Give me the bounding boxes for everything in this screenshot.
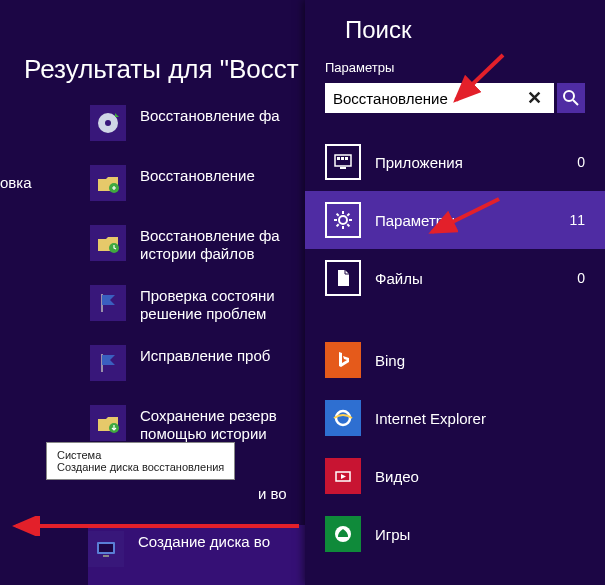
search-box[interactable]: ✕ <box>325 83 554 113</box>
svg-point-1 <box>105 120 111 126</box>
monitor-icon <box>88 531 124 567</box>
gear-icon <box>325 202 361 238</box>
app-bing[interactable]: Bing <box>305 331 605 389</box>
app-label: Видео <box>375 468 419 485</box>
svg-rect-10 <box>337 157 340 160</box>
svg-point-15 <box>336 411 350 425</box>
flag-icon <box>90 345 126 381</box>
annotation-arrow <box>424 194 504 244</box>
disc-icon <box>90 105 126 141</box>
result-item[interactable]: Восстановление фа <box>90 105 310 165</box>
svg-point-14 <box>339 216 347 224</box>
result-item[interactable]: Проверка состояни решение проблем <box>90 285 310 345</box>
folder-save-icon <box>90 405 126 441</box>
result-label: Восстановление фа <box>140 105 280 125</box>
video-icon <box>325 458 361 494</box>
svg-rect-11 <box>341 157 344 160</box>
svg-rect-6 <box>99 544 113 552</box>
result-item[interactable]: Исправление проб <box>90 345 310 405</box>
ie-icon <box>325 400 361 436</box>
result-item[interactable]: Восстановление <box>90 165 310 225</box>
app-label: Bing <box>375 352 405 369</box>
scope-count: 11 <box>569 212 585 228</box>
search-button[interactable] <box>557 83 585 113</box>
magnifier-icon <box>562 89 580 107</box>
result-label: Восстановление фа истории файлов <box>140 225 310 263</box>
svg-rect-13 <box>340 167 346 169</box>
app-label: Internet Explorer <box>375 410 486 427</box>
flag-icon <box>90 285 126 321</box>
scope-apps[interactable]: Приложения 0 <box>305 133 605 191</box>
cutoff-text: овка <box>0 174 32 191</box>
bing-icon <box>325 342 361 378</box>
tooltip: Система Создание диска восстановления <box>46 442 235 480</box>
folder-history-icon <box>90 225 126 261</box>
scope-label: Файлы <box>375 270 577 287</box>
file-icon <box>325 260 361 296</box>
result-label: Сохранение резерв помощью истории <box>140 405 310 443</box>
results-list: Восстановление фа Восстановление Восстан… <box>0 85 310 585</box>
app-label: Игры <box>375 526 410 543</box>
folder-refresh-icon <box>90 165 126 201</box>
result-label: Проверка состояни решение проблем <box>140 285 310 323</box>
tooltip-category: Система <box>57 449 224 461</box>
result-label: Восстановление <box>140 165 255 185</box>
svg-point-8 <box>564 91 574 101</box>
results-title: Результаты для "Восст <box>0 0 310 85</box>
apps-icon <box>325 144 361 180</box>
tooltip-title: Создание диска восстановления <box>57 461 224 473</box>
app-ie[interactable]: Internet Explorer <box>305 389 605 447</box>
annotation-arrow <box>4 516 304 536</box>
result-label: Исправление проб <box>140 345 270 365</box>
clear-icon[interactable]: ✕ <box>523 87 546 109</box>
result-label: и во <box>258 483 287 503</box>
annotation-arrow <box>448 50 508 110</box>
scope-files[interactable]: Файлы 0 <box>305 249 605 307</box>
search-panel-title: Поиск <box>305 0 605 44</box>
app-games[interactable]: Игры <box>305 505 605 563</box>
result-item[interactable]: Восстановление фа истории файлов <box>90 225 310 285</box>
scope-count: 0 <box>577 154 585 170</box>
app-video[interactable]: Видео <box>305 447 605 505</box>
scope-count: 0 <box>577 270 585 286</box>
games-icon <box>325 516 361 552</box>
svg-rect-9 <box>335 155 351 166</box>
svg-rect-12 <box>345 157 348 160</box>
scope-label: Приложения <box>375 154 577 171</box>
svg-rect-7 <box>103 555 109 557</box>
search-app-list: Bing Internet Explorer Видео Игры <box>305 325 605 563</box>
